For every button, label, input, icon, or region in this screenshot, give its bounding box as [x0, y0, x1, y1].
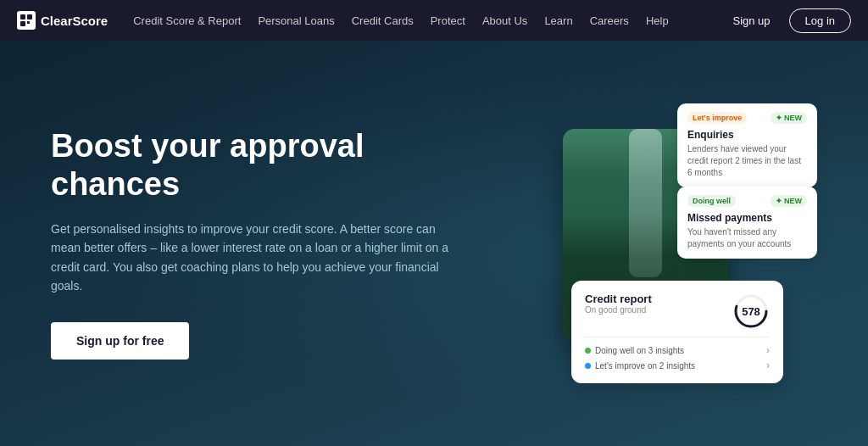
insight-row-1: Doing well on 3 insights ›	[585, 344, 770, 356]
nav-help[interactable]: Help	[637, 0, 677, 41]
enquiries-card-header: Let's improve ✦ NEW	[687, 112, 807, 124]
insight-2-left: Let's improve on 2 insights	[585, 361, 695, 371]
nav-credit-cards[interactable]: Credit Cards	[343, 0, 422, 41]
nav-personal-loans[interactable]: Personal Loans	[249, 0, 342, 41]
missed-status-badge: Doing well	[687, 195, 736, 207]
credit-score-value: 578	[742, 305, 760, 318]
insight-1-chevron-icon[interactable]: ›	[766, 344, 770, 356]
enquiries-title: Enquiries	[687, 129, 807, 141]
credit-report-header: Credit report On good ground 578	[585, 293, 770, 330]
enquiries-card: Let's improve ✦ NEW Enquiries Lenders ha…	[677, 103, 817, 187]
signup-button[interactable]: Sign up	[722, 9, 780, 32]
login-button[interactable]: Log in	[789, 8, 851, 33]
missed-card-header: Doing well ✦ NEW	[687, 195, 807, 207]
nav-actions: Sign up Log in	[722, 8, 851, 33]
credit-score-circle: 578	[732, 293, 770, 330]
logo-icon	[17, 11, 36, 30]
svg-rect-0	[20, 14, 25, 20]
insight-row-2: Let's improve on 2 insights ›	[585, 360, 770, 371]
hero-section: Boost your approval chances Get personal…	[0, 41, 868, 446]
credit-report-insights: Doing well on 3 insights › Let's improve…	[585, 344, 770, 371]
credit-report-card: Credit report On good ground 578 Doing	[571, 281, 783, 383]
missed-payments-card: Doing well ✦ NEW Missed payments You hav…	[677, 187, 817, 259]
nav-links: Credit Score & Report Personal Loans Cre…	[125, 0, 722, 41]
navbar: ClearScore Credit Score & Report Persona…	[0, 0, 868, 41]
credit-report-title-area: Credit report On good ground	[585, 293, 652, 315]
insight-1-text: Doing well on 3 insights	[595, 346, 684, 355]
credit-report-divider	[585, 337, 770, 337]
insight-1-dot	[585, 348, 591, 354]
insight-2-text: Let's improve on 2 insights	[595, 361, 695, 371]
svg-rect-2	[20, 21, 25, 26]
insight-2-dot	[585, 363, 591, 369]
nav-credit-score-report[interactable]: Credit Score & Report	[125, 0, 249, 41]
missed-title: Missed payments	[687, 212, 807, 224]
hero-ui-illustration: Reports An overview of your access to cr…	[563, 103, 817, 383]
svg-rect-3	[27, 21, 30, 24]
hero-title: Boost your approval chances	[51, 127, 475, 204]
enquiries-text: Lenders have viewed your credit report 2…	[687, 143, 807, 179]
missed-new-badge: ✦ NEW	[771, 195, 808, 207]
credit-report-title: Credit report	[585, 293, 652, 305]
enquiries-new-badge: ✦ NEW	[771, 112, 808, 124]
nav-about-us[interactable]: About Us	[474, 0, 536, 41]
nav-careers[interactable]: Careers	[581, 0, 637, 41]
hero-content: Boost your approval chances Get personal…	[0, 127, 475, 360]
logo[interactable]: ClearScore	[17, 11, 108, 30]
cta-button[interactable]: Sign up for free	[51, 322, 189, 360]
insight-2-chevron-icon[interactable]: ›	[766, 360, 770, 371]
credit-report-subtitle: On good ground	[585, 305, 652, 315]
nav-protect[interactable]: Protect	[422, 0, 474, 41]
missed-text: You haven't missed any payments on your …	[687, 226, 807, 250]
insight-1-left: Doing well on 3 insights	[585, 346, 684, 355]
svg-rect-1	[27, 14, 32, 20]
hero-subtitle: Get personalised insights to improve you…	[51, 220, 466, 296]
nav-learn[interactable]: Learn	[536, 0, 581, 41]
enquiries-status-badge: Let's improve	[687, 112, 747, 124]
